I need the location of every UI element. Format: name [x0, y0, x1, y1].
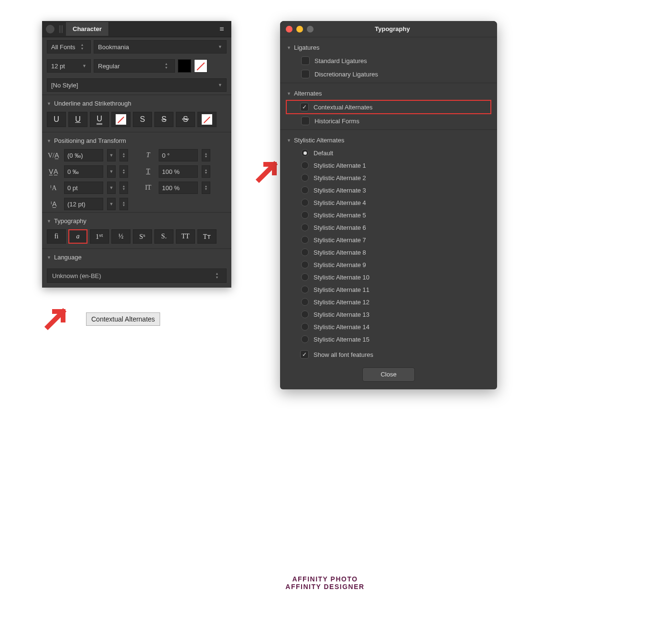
allcaps-button[interactable]: TT [176, 229, 195, 244]
subscript-button[interactable]: S. [154, 229, 173, 244]
tracking-input[interactable]: 0 ‰ [64, 165, 103, 178]
panel-body: All Fonts ▲▼ Bookmania ▼ 12 pt ▼ Regular… [42, 37, 231, 283]
stepper-button[interactable]: ▲▼ [119, 165, 128, 178]
option-stylistic-6[interactable]: Stylistic Alternate 6 [287, 221, 490, 234]
ordinals-button[interactable]: 1ˢᵗ [90, 229, 109, 244]
font-weight-select[interactable]: Regular ▲▼ [94, 59, 175, 73]
section-underline[interactable]: ▼ Underline and Strikethrough [42, 95, 231, 110]
section-head[interactable]: ▼ Alternates [287, 87, 490, 100]
font-family-select[interactable]: Bookmania ▼ [94, 40, 227, 54]
stepper-button[interactable]: ▲▼ [119, 198, 128, 210]
checkbox[interactable] [301, 56, 310, 65]
strike-none-button[interactable]: S [133, 112, 152, 127]
italic-input[interactable]: 0 ° [159, 149, 198, 161]
stepper-button[interactable]: ▲▼ [202, 182, 210, 194]
vscale-input[interactable]: 100 % [159, 182, 198, 194]
drag-handle-icon[interactable] [59, 25, 63, 33]
stepper-button[interactable]: ▲▼ [119, 149, 128, 161]
option-stylistic-12[interactable]: Stylistic Alternate 12 [287, 296, 490, 308]
option-contextual-alternates[interactable]: Contextual Alternates [286, 100, 491, 114]
ligatures-button[interactable]: fi [47, 229, 66, 244]
close-button[interactable]: Close [362, 367, 415, 382]
smallcaps-button[interactable]: Tᴛ [197, 229, 217, 244]
strike-double-button[interactable]: S [176, 112, 195, 127]
underline-single-button[interactable]: U [68, 112, 87, 127]
radio[interactable] [301, 224, 309, 231]
strike-color-swatch[interactable] [197, 112, 217, 127]
fractions-button[interactable]: ½ [111, 229, 130, 244]
stepper-button[interactable]: ▲▼ [202, 149, 210, 161]
checkbox-checked[interactable] [300, 350, 309, 359]
radio[interactable] [301, 261, 309, 268]
radio[interactable] [301, 286, 309, 293]
radio[interactable] [301, 273, 309, 281]
option-stylistic-1[interactable]: Stylistic Alternate 1 [287, 159, 490, 172]
radio-checked[interactable] [301, 149, 309, 157]
language-select[interactable]: Unknown (en-BE) ▲▼ [47, 268, 227, 283]
stroke-swatch[interactable] [194, 59, 207, 73]
titlebar[interactable]: Typography [280, 21, 497, 37]
stepper-button[interactable]: ▲▼ [119, 182, 128, 194]
section-head[interactable]: ▼ Stylistic Alternates [287, 134, 490, 147]
radio[interactable] [301, 248, 309, 256]
font-category-select[interactable]: All Fonts ▲▼ [47, 40, 91, 54]
strike-single-button[interactable]: S [154, 112, 173, 127]
radio[interactable] [301, 298, 309, 306]
font-size-select[interactable]: 12 pt ▼ [47, 59, 91, 73]
stepper-button[interactable]: ▲▼ [202, 165, 210, 178]
option-stylistic-4[interactable]: Stylistic Alternate 4 [287, 196, 490, 209]
leading-input[interactable]: (12 pt) [64, 198, 103, 210]
close-icon[interactable] [46, 25, 54, 33]
option-stylistic-9[interactable]: Stylistic Alternate 9 [287, 258, 490, 271]
section-typography[interactable]: ▼ Typography [42, 212, 231, 227]
style-select[interactable]: [No Style] ▼ [47, 78, 227, 92]
section-head[interactable]: ▼ Ligatures [287, 41, 490, 54]
checkbox[interactable] [301, 70, 310, 78]
option-stylistic-15[interactable]: Stylistic Alternate 15 [287, 333, 490, 345]
traffic-close-icon[interactable] [286, 26, 292, 32]
radio[interactable] [301, 236, 309, 244]
radio[interactable] [301, 335, 309, 343]
radio[interactable] [301, 199, 309, 206]
radio[interactable] [301, 174, 309, 182]
option-discretionary-ligatures[interactable]: Discretionary Ligatures [287, 67, 490, 81]
section-language[interactable]: ▼ Language [42, 248, 231, 264]
contextual-alternates-button[interactable]: a [68, 229, 87, 244]
radio[interactable] [301, 211, 309, 219]
dropdown-button[interactable]: ▼ [107, 198, 116, 210]
option-stylistic-14[interactable]: Stylistic Alternate 14 [287, 321, 490, 333]
underline-double-button[interactable]: U [90, 112, 109, 127]
option-stylistic-3[interactable]: Stylistic Alternate 3 [287, 184, 490, 196]
baseline-input[interactable]: 0 pt [64, 182, 103, 194]
dropdown-button[interactable]: ▼ [107, 165, 116, 178]
option-historical-forms[interactable]: Historical Forms [287, 114, 490, 128]
radio[interactable] [301, 311, 309, 318]
radio[interactable] [301, 323, 309, 331]
dropdown-button[interactable]: ▼ [107, 149, 116, 161]
option-stylistic-8[interactable]: Stylistic Alternate 8 [287, 246, 490, 258]
section-positioning[interactable]: ▼ Positioning and Transform [42, 132, 231, 147]
option-stylistic-5[interactable]: Stylistic Alternate 5 [287, 209, 490, 221]
option-stylistic-13[interactable]: Stylistic Alternate 13 [287, 308, 490, 321]
option-stylistic-2[interactable]: Stylistic Alternate 2 [287, 172, 490, 184]
panel-menu-icon[interactable]: ≡ [217, 25, 227, 33]
radio[interactable] [301, 161, 309, 169]
checkbox-checked[interactable] [300, 103, 309, 111]
option-label: Stylistic Alternate 1 [314, 162, 366, 169]
underline-color-swatch[interactable] [111, 112, 130, 127]
fill-swatch[interactable] [178, 59, 191, 73]
superscript-button[interactable]: Sˢ [133, 229, 152, 244]
checkbox[interactable] [301, 117, 310, 125]
option-stylistic-default[interactable]: Default [287, 147, 490, 159]
radio[interactable] [301, 186, 309, 194]
option-stylistic-10[interactable]: Stylistic Alternate 10 [287, 271, 490, 283]
option-stylistic-7[interactable]: Stylistic Alternate 7 [287, 234, 490, 246]
option-show-all[interactable]: Show all font features [287, 345, 490, 359]
dropdown-button[interactable]: ▼ [107, 182, 116, 194]
hscale-input[interactable]: 100 % [159, 165, 198, 178]
option-standard-ligatures[interactable]: Standard Ligatures [287, 54, 490, 67]
kerning-input[interactable]: (0 ‰) [64, 149, 103, 161]
option-stylistic-11[interactable]: Stylistic Alternate 11 [287, 283, 490, 296]
tab-character[interactable]: Character [66, 22, 109, 36]
underline-none-button[interactable]: U [47, 112, 66, 127]
